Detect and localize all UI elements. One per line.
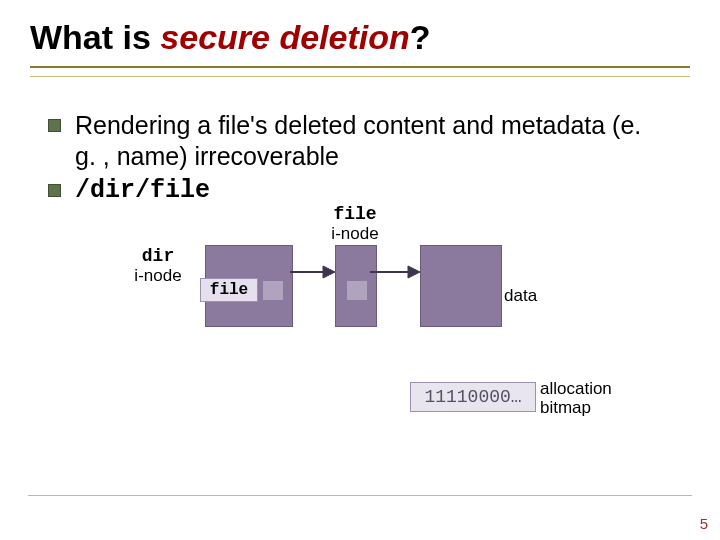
bullet-item: Rendering a file's deleted content and m… <box>48 110 668 173</box>
footer-divider <box>28 495 692 496</box>
file-inode-label: file i-node <box>325 205 385 243</box>
slide-title: What is secure deletion? <box>30 18 431 57</box>
title-plain2: ? <box>410 18 431 56</box>
file-label-inode: i-node <box>331 224 378 243</box>
data-box <box>420 245 502 327</box>
bitmap-box: 11110000… <box>410 382 536 412</box>
file-ptr-slot <box>346 280 368 301</box>
title-plain1: What is <box>30 18 160 56</box>
dir-inode-box: file <box>205 245 293 327</box>
dir-ptr-slot <box>262 280 284 301</box>
bullet-icon <box>48 184 61 197</box>
arrow-icon <box>290 262 335 286</box>
file-inode-box <box>335 245 377 327</box>
bullet-list: Rendering a file's deleted content and m… <box>48 110 668 208</box>
alloc-label-2: bitmap <box>540 398 591 417</box>
file-label-mono: file <box>333 204 376 224</box>
bullet-item: /dir/file <box>48 175 668 206</box>
svg-marker-1 <box>323 266 335 278</box>
bullet-text: Rendering a file's deleted content and m… <box>75 110 668 173</box>
slide-number: 5 <box>700 515 708 532</box>
dir-label-inode: i-node <box>134 266 181 285</box>
diagram: dir i-node file file i-node data 1111000… <box>120 227 680 447</box>
title-underline <box>30 66 690 77</box>
dir-inode-label: dir i-node <box>128 247 188 285</box>
bullet-text-mono: /dir/file <box>75 175 210 206</box>
dir-label-mono: dir <box>142 246 174 266</box>
allocation-bitmap-label: allocation bitmap <box>540 380 630 417</box>
svg-marker-3 <box>408 266 420 278</box>
file-entry-slot: file <box>200 278 258 302</box>
alloc-label-1: allocation <box>540 379 612 398</box>
bullet-icon <box>48 119 61 132</box>
title-emphasis: secure deletion <box>160 18 409 56</box>
data-label: data <box>504 287 554 306</box>
arrow-icon <box>370 262 420 286</box>
